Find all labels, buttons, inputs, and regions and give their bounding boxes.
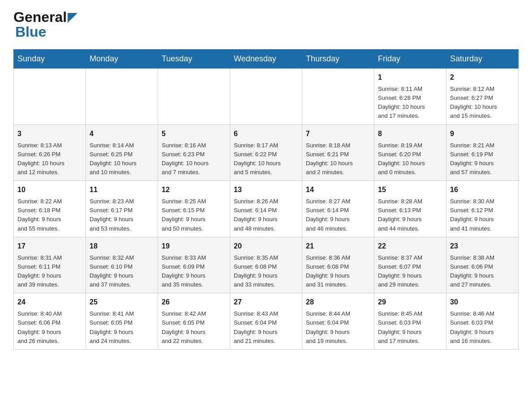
weekday-header-sunday: Sunday: [14, 50, 86, 68]
calendar-cell: 24Sunrise: 8:40 AM Sunset: 6:06 PM Dayli…: [14, 293, 86, 350]
calendar-cell: 26Sunrise: 8:42 AM Sunset: 6:05 PM Dayli…: [158, 293, 230, 350]
day-info: Sunrise: 8:19 AM Sunset: 6:20 PM Dayligh…: [378, 141, 442, 177]
day-number: 14: [306, 184, 370, 195]
day-info: Sunrise: 8:43 AM Sunset: 6:04 PM Dayligh…: [234, 309, 298, 346]
day-info: Sunrise: 8:17 AM Sunset: 6:22 PM Dayligh…: [234, 141, 298, 177]
weekday-header-saturday: Saturday: [446, 50, 519, 68]
calendar-cell: 1Sunrise: 8:11 AM Sunset: 6:28 PM Daylig…: [374, 68, 446, 125]
day-info: Sunrise: 8:33 AM Sunset: 6:09 PM Dayligh…: [162, 253, 226, 290]
day-info: Sunrise: 8:38 AM Sunset: 6:06 PM Dayligh…: [450, 253, 515, 290]
day-number: 17: [17, 241, 82, 252]
calendar-cell: 18Sunrise: 8:32 AM Sunset: 6:10 PM Dayli…: [86, 237, 158, 293]
day-number: 22: [378, 241, 442, 252]
day-info: Sunrise: 8:40 AM Sunset: 6:06 PM Dayligh…: [17, 309, 82, 346]
weekday-header-friday: Friday: [374, 50, 446, 68]
day-number: 12: [162, 184, 226, 195]
week-row-3: 10Sunrise: 8:22 AM Sunset: 6:18 PM Dayli…: [14, 181, 519, 237]
day-info: Sunrise: 8:45 AM Sunset: 6:03 PM Dayligh…: [378, 309, 442, 346]
day-info: Sunrise: 8:25 AM Sunset: 6:15 PM Dayligh…: [162, 197, 226, 233]
week-row-5: 24Sunrise: 8:40 AM Sunset: 6:06 PM Dayli…: [14, 293, 519, 350]
day-number: 8: [378, 128, 442, 139]
day-number: 26: [162, 297, 226, 308]
day-number: 30: [450, 297, 515, 308]
day-number: 28: [306, 297, 370, 308]
day-info: Sunrise: 8:27 AM Sunset: 6:14 PM Dayligh…: [306, 197, 370, 233]
calendar-cell: 25Sunrise: 8:41 AM Sunset: 6:05 PM Dayli…: [86, 293, 158, 350]
calendar-cell: [302, 68, 374, 125]
day-info: Sunrise: 8:18 AM Sunset: 6:21 PM Dayligh…: [306, 141, 370, 177]
calendar-cell: 15Sunrise: 8:28 AM Sunset: 6:13 PM Dayli…: [374, 181, 446, 237]
day-number: 25: [90, 297, 154, 308]
week-row-1: 1Sunrise: 8:11 AM Sunset: 6:28 PM Daylig…: [14, 68, 519, 125]
day-number: 6: [234, 128, 298, 139]
day-number: 24: [17, 297, 82, 308]
calendar-cell: 16Sunrise: 8:30 AM Sunset: 6:12 PM Dayli…: [446, 181, 519, 237]
calendar-cell: 7Sunrise: 8:18 AM Sunset: 6:21 PM Daylig…: [302, 124, 374, 181]
calendar-cell: [230, 68, 302, 125]
day-info: Sunrise: 8:42 AM Sunset: 6:05 PM Dayligh…: [162, 309, 226, 346]
weekday-header-wednesday: Wednesday: [230, 50, 302, 68]
calendar-cell: 4Sunrise: 8:14 AM Sunset: 6:25 PM Daylig…: [86, 124, 158, 181]
day-info: Sunrise: 8:44 AM Sunset: 6:04 PM Dayligh…: [306, 309, 370, 346]
calendar-cell: 8Sunrise: 8:19 AM Sunset: 6:20 PM Daylig…: [374, 124, 446, 181]
day-number: 19: [162, 241, 226, 252]
calendar-cell: [158, 68, 230, 125]
weekday-header-tuesday: Tuesday: [158, 50, 230, 68]
day-number: 10: [17, 184, 82, 195]
week-row-2: 3Sunrise: 8:13 AM Sunset: 6:26 PM Daylig…: [14, 124, 519, 181]
day-info: Sunrise: 8:12 AM Sunset: 6:27 PM Dayligh…: [450, 85, 515, 121]
calendar-cell: 10Sunrise: 8:22 AM Sunset: 6:18 PM Dayli…: [14, 181, 86, 237]
week-row-4: 17Sunrise: 8:31 AM Sunset: 6:11 PM Dayli…: [14, 237, 519, 293]
day-info: Sunrise: 8:30 AM Sunset: 6:12 PM Dayligh…: [450, 197, 515, 233]
calendar-cell: 9Sunrise: 8:21 AM Sunset: 6:19 PM Daylig…: [446, 124, 519, 181]
day-info: Sunrise: 8:21 AM Sunset: 6:19 PM Dayligh…: [450, 141, 515, 177]
day-info: Sunrise: 8:11 AM Sunset: 6:28 PM Dayligh…: [378, 85, 442, 121]
day-number: 27: [234, 297, 298, 308]
day-info: Sunrise: 8:46 AM Sunset: 6:03 PM Dayligh…: [450, 309, 515, 346]
calendar-cell: 11Sunrise: 8:23 AM Sunset: 6:17 PM Dayli…: [86, 181, 158, 237]
logo-blue-text: Blue: [15, 24, 46, 40]
logo: General Blue: [13, 9, 77, 40]
weekday-header-row: SundayMondayTuesdayWednesdayThursdayFrid…: [14, 50, 519, 68]
calendar-cell: 20Sunrise: 8:35 AM Sunset: 6:08 PM Dayli…: [230, 237, 302, 293]
day-number: 29: [378, 297, 442, 308]
calendar-cell: 14Sunrise: 8:27 AM Sunset: 6:14 PM Dayli…: [302, 181, 374, 237]
calendar-cell: 29Sunrise: 8:45 AM Sunset: 6:03 PM Dayli…: [374, 293, 446, 350]
day-info: Sunrise: 8:14 AM Sunset: 6:25 PM Dayligh…: [90, 141, 154, 177]
day-info: Sunrise: 8:16 AM Sunset: 6:23 PM Dayligh…: [162, 141, 226, 177]
day-number: 11: [90, 184, 154, 195]
day-info: Sunrise: 8:13 AM Sunset: 6:26 PM Dayligh…: [17, 141, 82, 177]
weekday-header-thursday: Thursday: [302, 50, 374, 68]
calendar-table: SundayMondayTuesdayWednesdayThursdayFrid…: [13, 49, 519, 350]
day-info: Sunrise: 8:37 AM Sunset: 6:07 PM Dayligh…: [378, 253, 442, 290]
day-info: Sunrise: 8:35 AM Sunset: 6:08 PM Dayligh…: [234, 253, 298, 290]
day-number: 16: [450, 184, 515, 195]
calendar-body: 1Sunrise: 8:11 AM Sunset: 6:28 PM Daylig…: [14, 68, 519, 350]
day-number: 15: [378, 184, 442, 195]
day-number: 2: [450, 72, 515, 83]
day-number: 3: [17, 128, 82, 139]
day-info: Sunrise: 8:41 AM Sunset: 6:05 PM Dayligh…: [90, 309, 154, 346]
day-number: 5: [162, 128, 226, 139]
day-number: 1: [378, 72, 442, 83]
logo-arrow-icon: [68, 13, 77, 23]
calendar-cell: [86, 68, 158, 125]
calendar-cell: 17Sunrise: 8:31 AM Sunset: 6:11 PM Dayli…: [14, 237, 86, 293]
day-number: 4: [90, 128, 154, 139]
calendar-cell: [14, 68, 86, 125]
day-info: Sunrise: 8:31 AM Sunset: 6:11 PM Dayligh…: [17, 253, 82, 290]
header: General Blue: [13, 9, 519, 40]
calendar-cell: 22Sunrise: 8:37 AM Sunset: 6:07 PM Dayli…: [374, 237, 446, 293]
day-info: Sunrise: 8:36 AM Sunset: 6:08 PM Dayligh…: [306, 253, 370, 290]
day-number: 9: [450, 128, 515, 139]
day-number: 18: [90, 241, 154, 252]
calendar-cell: 3Sunrise: 8:13 AM Sunset: 6:26 PM Daylig…: [14, 124, 86, 181]
day-number: 20: [234, 241, 298, 252]
day-info: Sunrise: 8:23 AM Sunset: 6:17 PM Dayligh…: [90, 197, 154, 233]
day-info: Sunrise: 8:32 AM Sunset: 6:10 PM Dayligh…: [90, 253, 154, 290]
day-number: 23: [450, 241, 515, 252]
day-number: 7: [306, 128, 370, 139]
calendar-cell: 23Sunrise: 8:38 AM Sunset: 6:06 PM Dayli…: [446, 237, 519, 293]
calendar-cell: 28Sunrise: 8:44 AM Sunset: 6:04 PM Dayli…: [302, 293, 374, 350]
calendar-cell: 30Sunrise: 8:46 AM Sunset: 6:03 PM Dayli…: [446, 293, 519, 350]
